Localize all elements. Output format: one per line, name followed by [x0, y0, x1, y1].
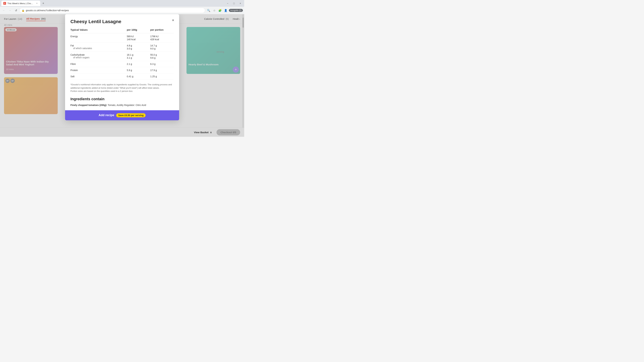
- energy-label: Energy: [70, 35, 127, 41]
- fat-labels: Fat of which saturates: [70, 44, 127, 50]
- ingredients-section: Ingredients contain Finely chopped tomat…: [65, 95, 179, 110]
- nutrition-disclaimer: *Gousto's nutritional information only a…: [65, 80, 179, 95]
- browser-tab-active[interactable]: G This Week's Menu | Choose Fro... ×: [1, 1, 40, 6]
- nutrition-row-fat: Fat of which saturates 4.8 g 3.0 g 14.7 …: [70, 42, 174, 52]
- back-button[interactable]: ←: [1, 8, 6, 13]
- maximize-button[interactable]: □: [232, 1, 236, 6]
- new-tab-button[interactable]: +: [41, 1, 46, 6]
- address-lock-icon: 🔒: [22, 9, 24, 12]
- nutrition-row-protein: Protein 5.9 g 17.9 g: [70, 67, 174, 73]
- incognito-badge[interactable]: Incognito (2): [229, 9, 243, 12]
- nutrition-row-energy: Energy 589 kJ 140 kcal 1798 kJ 428 kcal: [70, 33, 174, 42]
- tab-title: This Week's Menu | Choose Fro...: [8, 2, 34, 5]
- col-typical-values: Typical Values: [70, 28, 127, 31]
- modal-header: Cheesy Lentil Lasagne ×: [65, 14, 179, 27]
- minimize-button[interactable]: −: [225, 1, 230, 6]
- toolbar-actions: 🔍 ☆ 🧩 👤 Incognito (2): [206, 8, 243, 13]
- address-bar[interactable]: 🔒 gousto.co.uk/menu?collection=all-recip…: [20, 8, 205, 13]
- tab-favicon: G: [3, 2, 6, 5]
- fat-per-portion: 14.7 g 9.0 g: [150, 44, 174, 50]
- nutrition-row-salt: Salt 0.41 g 1.25 g: [70, 73, 174, 80]
- close-window-button[interactable]: ×: [238, 1, 243, 6]
- add-recipe-bar[interactable]: Add recipe Save £0.50 per serving: [65, 110, 179, 120]
- tab-close-button[interactable]: ×: [36, 2, 38, 5]
- col-per-100g: per 100g: [127, 28, 150, 31]
- browser-toolbar: ← → ↺ 🔒 gousto.co.uk/menu?collection=all…: [0, 7, 244, 14]
- carbs-per-100g: 18.1 g 3.1 g: [127, 53, 150, 59]
- page-content: For Lauren (14) All Recipes (86) Calorie…: [0, 14, 244, 137]
- search-icon-button[interactable]: 🔍: [206, 8, 211, 13]
- extensions-button[interactable]: 🧩: [218, 8, 222, 13]
- nutrition-table: Typical Values per 100g per portion Ener…: [65, 27, 179, 80]
- browser-titlebar: G This Week's Menu | Choose Fro... × + −…: [0, 0, 244, 7]
- nutrition-row-fibre: Fibre 2.1 g 6.3 g: [70, 61, 174, 67]
- forward-button[interactable]: →: [8, 8, 12, 13]
- profile-button[interactable]: 👤: [223, 8, 228, 13]
- nutrition-table-header: Typical Values per 100g per portion: [70, 27, 174, 33]
- energy-per-100g: 589 kJ 140 kcal: [127, 35, 150, 41]
- col-per-portion: per portion: [150, 28, 174, 31]
- modal-title: Cheesy Lentil Lasagne: [70, 19, 174, 24]
- fat-per-100g: 4.8 g 3.0 g: [127, 44, 150, 50]
- save-badge: Save £0.50 per serving: [116, 113, 146, 117]
- energy-per-portion: 1798 kJ 428 kcal: [150, 35, 174, 41]
- modal-overlay: Cheesy Lentil Lasagne × Typical Values p…: [0, 14, 244, 137]
- nutrition-row-carbs: Carbohydrate of which sugars 18.1 g 3.1 …: [70, 52, 174, 61]
- nutrition-modal: Cheesy Lentil Lasagne × Typical Values p…: [65, 14, 179, 120]
- address-url: gousto.co.uk/menu?collection=all-recipes: [26, 9, 69, 12]
- carbs-per-portion: 55.0 g 9.6 g: [150, 53, 174, 59]
- add-recipe-text: Add recipe: [98, 113, 114, 117]
- browser-chrome: G This Week's Menu | Choose Fro... × + −…: [0, 0, 244, 14]
- bookmark-button[interactable]: ☆: [212, 8, 217, 13]
- reload-button[interactable]: ↺: [14, 8, 18, 13]
- ingredient-1: Finely chopped tomatoes (200g): Tomato, …: [70, 103, 174, 107]
- ingredients-title: Ingredients contain: [70, 97, 174, 101]
- carbs-labels: Carbohydrate of which sugars: [70, 53, 127, 59]
- modal-close-button[interactable]: ×: [170, 17, 176, 23]
